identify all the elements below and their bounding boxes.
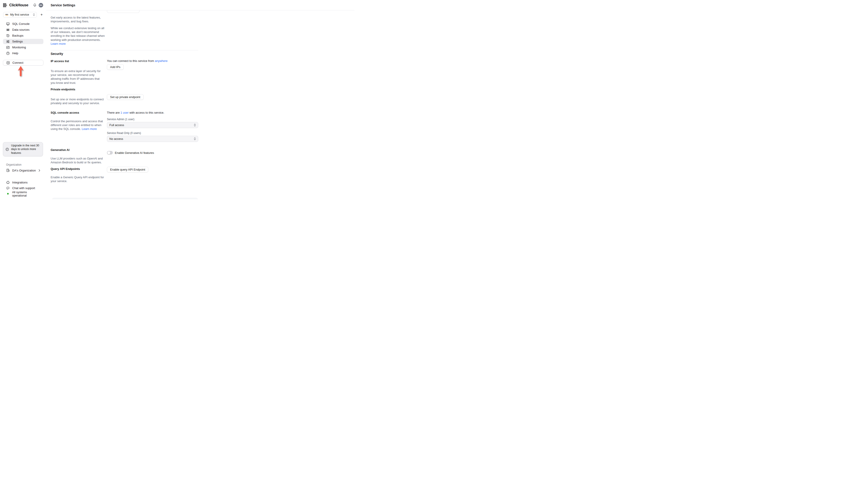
release-channel-select-cutoff[interactable] [107, 10, 140, 13]
sidebar-item-label: Monitoring [12, 46, 26, 49]
svg-text:aws: aws [5, 13, 8, 15]
generative-ai-toggle-row: Enable Generative AI features [107, 151, 154, 155]
sql-learn-more-link[interactable]: Learn more [82, 127, 97, 131]
sidebar-item-sql-console[interactable]: SQL Console [3, 21, 43, 26]
sidebar-item-label: Help [12, 52, 18, 55]
next-section-panel-cutoff [52, 198, 198, 199]
service-selector[interactable]: aws My first service [3, 12, 37, 18]
sidebar-item-integrations[interactable]: Integrations [3, 180, 43, 185]
page-header: Service Settings [46, 0, 354, 10]
updown-chevron-icon [194, 124, 196, 127]
sql-access-status: There are 1 user with access to this ser… [107, 111, 164, 114]
page-title: Service Settings [51, 3, 75, 7]
sql-console-icon [6, 22, 10, 26]
query-api-title: Query API Endpoints [51, 167, 80, 170]
add-ips-button[interactable]: Add IPs [107, 64, 124, 70]
setup-private-endpoint-button[interactable]: Set up private endpoint [107, 94, 144, 100]
release-para-1: Get early access to the latest features,… [51, 15, 105, 23]
settings-icon [6, 40, 10, 43]
red-arrow-annotation [18, 66, 24, 76]
help-icon [6, 52, 10, 55]
clickhouse-logo-bars-icon[interactable] [3, 3, 7, 7]
connect-label: Connect [12, 61, 23, 64]
sidebar-item-label: Backups [12, 34, 24, 37]
generative-ai-description: Use LLM providers such as OpenAI and Ama… [51, 157, 105, 164]
puzzle-icon [6, 181, 10, 184]
sql-access-description: Control the permissions and access that … [51, 119, 105, 131]
connect-icon [6, 61, 10, 65]
toggle-knob [107, 151, 110, 154]
generative-ai-toggle[interactable] [107, 151, 113, 155]
release-learn-more-link[interactable]: Learn more [51, 42, 66, 45]
sidebar-item-label: Chat with support [12, 186, 35, 190]
sidebar-item-backups[interactable]: Backups [3, 33, 43, 38]
generative-ai-title: Generative AI [51, 148, 69, 152]
service-selector-label: My first service [10, 13, 31, 16]
aws-icon: aws [5, 13, 8, 16]
chat-bubble-icon [6, 186, 10, 190]
avatar[interactable]: DA [39, 3, 43, 7]
clock-icon [5, 148, 9, 151]
brand-title[interactable]: ClickHouse [9, 3, 28, 7]
query-api-description: Enable a Generic Query API endpoint for … [51, 175, 107, 183]
sidebar-nav: SQL Console Data sources [3, 21, 43, 57]
system-status-link[interactable]: All systems operational [3, 191, 43, 196]
sidebar-item-label: SQL Console [12, 22, 30, 26]
sidebar-item-data-sources[interactable]: Data sources [3, 27, 43, 32]
sidebar-item-chat-support[interactable]: Chat with support [3, 186, 43, 191]
main-content: Service Settings Get early access to the… [46, 0, 354, 199]
section-divider [51, 50, 198, 51]
sql-access-title: SQL console access [51, 111, 79, 114]
organization-row[interactable]: DA's Organization [3, 168, 43, 173]
updown-chevron-icon [194, 137, 196, 140]
sidebar-topbar: ClickHouse DA [0, 0, 46, 10]
enable-query-api-button[interactable]: Enable query API Endpoint [107, 167, 148, 172]
service-admin-label: Service Admin (1 user) [107, 118, 134, 121]
monitoring-icon [6, 46, 10, 49]
service-admin-select-value: Full access [110, 123, 124, 127]
add-service-button[interactable]: + [39, 12, 44, 18]
sidebar-item-label: Integrations [12, 181, 28, 184]
upgrade-banner-text: Upgrade in the next 30 days to unlock mo… [11, 144, 40, 155]
chevron-right-icon [39, 169, 40, 172]
organization-name: DA's Organization [12, 169, 36, 172]
private-endpoints-description: Set up one or more endpoints to connect … [51, 97, 105, 105]
service-readonly-label: Service Read Only (0 users) [107, 131, 141, 135]
security-section-title: Security [51, 52, 63, 56]
green-status-dot-icon [7, 193, 9, 195]
building-icon [6, 168, 10, 172]
sidebar-item-label: Data sources [12, 28, 30, 31]
sidebar-item-monitoring[interactable]: Monitoring [3, 45, 43, 50]
service-admin-select[interactable]: Full access [107, 122, 198, 128]
sidebar-item-settings[interactable]: Settings [3, 39, 43, 44]
data-sources-icon [6, 28, 10, 32]
sidebar-item-label: Settings [12, 40, 23, 43]
service-readonly-select-value: No access [110, 137, 123, 140]
generative-ai-toggle-label: Enable Generative AI features [115, 151, 154, 155]
organization-section-label: Organization [6, 163, 22, 166]
ip-access-status: You can connect to this service from any… [107, 59, 167, 63]
bell-icon[interactable] [33, 3, 37, 7]
upgrade-banner[interactable]: Upgrade in the next 30 days to unlock mo… [3, 142, 43, 156]
ip-access-description: To ensure an extra layer of security for… [51, 69, 105, 85]
sidebar-item-help[interactable]: Help [3, 51, 43, 56]
service-readonly-select[interactable]: No access [107, 136, 198, 142]
updown-chevron-icon [33, 13, 35, 16]
anywhere-link[interactable]: anywhere [155, 59, 167, 63]
connect-button[interactable]: Connect [3, 60, 43, 66]
clickhouse-console: ClickHouse DA aws My first service [0, 0, 354, 199]
one-user-link[interactable]: 1 user [121, 111, 129, 114]
sidebar: ClickHouse DA aws My first service [0, 0, 46, 199]
service-selector-row: aws My first service + [3, 12, 44, 18]
release-para-2: While we conduct extensive testing on al… [51, 26, 105, 46]
backups-icon [6, 34, 10, 37]
ip-access-title: IP access list [51, 59, 69, 63]
system-status-text: All systems operational [12, 191, 40, 197]
private-endpoints-title: Private endpoints [51, 88, 75, 91]
